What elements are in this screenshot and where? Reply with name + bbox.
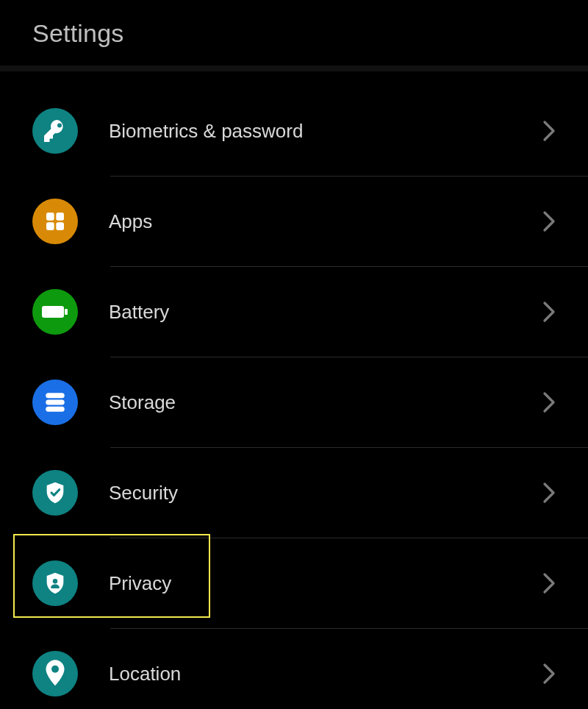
settings-item-label: Location [109,663,542,685]
chevron-right-icon [542,482,556,504]
chevron-right-icon [542,210,556,232]
settings-item-privacy[interactable]: Privacy [0,538,588,628]
key-icon [32,108,78,154]
settings-item-storage[interactable]: Storage [0,357,588,447]
svg-point-10 [51,666,59,673]
settings-item-label: Storage [109,391,542,414]
pin-icon [32,651,78,696]
svg-rect-8 [46,407,65,412]
chevron-right-icon [542,572,556,594]
chevron-right-icon [542,391,556,413]
svg-rect-4 [42,306,64,318]
settings-item-location[interactable]: Location [0,629,588,709]
settings-item-label: Security [109,482,542,505]
shield-check-icon [32,470,78,516]
battery-icon [32,289,78,335]
svg-rect-5 [65,309,68,315]
settings-item-label: Battery [109,301,542,324]
svg-rect-0 [46,213,54,221]
settings-list: Biometrics & password Apps Battery Stora… [0,71,588,709]
apps-icon [32,199,78,244]
chevron-right-icon [542,301,556,323]
header-divider [0,65,588,71]
svg-rect-3 [56,222,64,230]
svg-point-9 [53,579,58,584]
settings-item-label: Apps [109,210,542,233]
settings-item-apps[interactable]: Apps [0,177,588,266]
page-header: Settings [0,0,588,65]
settings-item-battery[interactable]: Battery [0,267,588,357]
settings-item-label: Biometrics & password [109,120,542,143]
svg-rect-1 [56,213,64,221]
svg-rect-2 [46,222,54,230]
chevron-right-icon [542,120,556,142]
settings-item-security[interactable]: Security [0,448,588,538]
page-title: Settings [32,19,556,48]
svg-rect-6 [46,393,65,398]
storage-icon [32,380,78,425]
shield-user-icon [32,560,78,606]
chevron-right-icon [542,663,556,685]
svg-rect-7 [46,399,65,405]
settings-item-label: Privacy [109,572,542,595]
settings-item-biometrics[interactable]: Biometrics & password [0,86,588,176]
